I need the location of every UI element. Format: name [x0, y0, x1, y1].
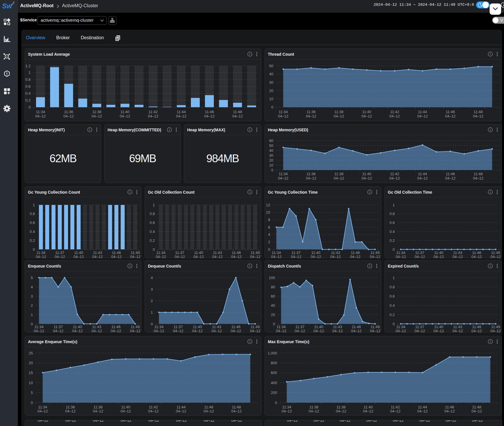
svg-text:0: 0 [151, 322, 153, 326]
svg-text:04–12: 04–12 [193, 255, 204, 259]
svg-text:4: 4 [151, 276, 153, 280]
svg-text:11:42: 11:42 [148, 110, 158, 114]
svg-text:04–12: 04–12 [36, 255, 46, 259]
svg-text:04–12: 04–12 [396, 329, 406, 333]
svg-text:04–12: 04–12 [330, 255, 341, 259]
svg-text:0.6: 0.6 [390, 221, 395, 225]
svg-text:11:46: 11:46 [472, 251, 481, 255]
svg-text:04–12: 04–12 [37, 409, 48, 413]
svg-text:0.8: 0.8 [390, 285, 395, 289]
svg-text:04–12: 04–12 [490, 329, 501, 333]
svg-text:04–12: 04–12 [490, 255, 501, 259]
svg-text:11:48: 11:48 [232, 405, 241, 409]
svg-text:11:34: 11:34 [279, 110, 288, 114]
svg-text:10: 10 [269, 97, 273, 101]
svg-text:20: 20 [271, 313, 275, 317]
svg-text:11:44: 11:44 [418, 405, 427, 409]
svg-text:11:46: 11:46 [231, 325, 240, 329]
svg-text:1.2: 1.2 [25, 64, 31, 68]
svg-text:2: 2 [268, 240, 270, 244]
svg-text:04–12: 04–12 [473, 114, 483, 118]
svg-text:11:34: 11:34 [396, 325, 405, 329]
svg-text:6: 6 [268, 225, 270, 229]
svg-text:04–12: 04–12 [35, 114, 46, 118]
svg-text:0: 0 [271, 168, 273, 172]
svg-text:04–12: 04–12 [204, 409, 214, 413]
svg-text:04–12: 04–12 [434, 255, 444, 259]
svg-text:11:46: 11:46 [352, 325, 361, 329]
svg-text:11:46: 11:46 [205, 110, 214, 114]
svg-text:11:40: 11:40 [73, 325, 82, 329]
svg-text:11:46: 11:46 [445, 405, 454, 409]
svg-text:11:38: 11:38 [334, 110, 344, 114]
svg-text:20: 20 [269, 158, 273, 162]
svg-text:0: 0 [275, 401, 277, 405]
svg-text:04–12: 04–12 [74, 255, 84, 259]
svg-text:11:46: 11:46 [446, 110, 455, 114]
svg-text:04–12: 04–12 [445, 176, 456, 180]
svg-text:30: 30 [269, 80, 273, 85]
svg-text:04–12: 04–12 [111, 255, 122, 259]
svg-text:11:36: 11:36 [309, 405, 319, 409]
svg-text:11:43: 11:43 [333, 325, 342, 329]
svg-text:11:49: 11:49 [131, 251, 140, 255]
svg-text:11:36: 11:36 [66, 405, 75, 409]
svg-text:11:43: 11:43 [213, 251, 222, 255]
svg-text:04–12: 04–12 [278, 114, 288, 118]
svg-text:11:34: 11:34 [272, 251, 281, 255]
svg-text:11:38: 11:38 [334, 172, 344, 176]
svg-text:04–12: 04–12 [334, 114, 344, 118]
svg-text:04–12: 04–12 [350, 255, 360, 259]
svg-text:04–12: 04–12 [306, 176, 316, 180]
svg-text:80: 80 [271, 285, 275, 289]
svg-text:0.2: 0.2 [390, 313, 395, 317]
svg-text:25: 25 [29, 351, 33, 355]
svg-text:0.8: 0.8 [30, 212, 35, 216]
svg-text:11:38: 11:38 [93, 405, 103, 409]
svg-text:0: 0 [271, 105, 273, 109]
svg-text:04–12: 04–12 [148, 409, 159, 413]
svg-text:11:34: 11:34 [36, 110, 45, 114]
svg-text:30: 30 [269, 153, 273, 158]
svg-text:12: 12 [266, 203, 270, 207]
svg-text:0.6: 0.6 [25, 84, 31, 89]
svg-text:0: 0 [29, 105, 31, 109]
svg-text:0.6: 0.6 [30, 221, 35, 225]
svg-text:04–12: 04–12 [192, 329, 203, 333]
svg-text:0: 0 [31, 401, 33, 405]
svg-text:60: 60 [269, 139, 273, 143]
svg-text:0.4: 0.4 [150, 229, 155, 234]
svg-text:60: 60 [271, 294, 275, 298]
svg-text:0.2: 0.2 [150, 238, 155, 243]
svg-text:04–12: 04–12 [271, 255, 281, 259]
svg-text:0.2: 0.2 [390, 238, 395, 243]
svg-text:04–12: 04–12 [278, 176, 288, 180]
svg-text:04–12: 04–12 [204, 114, 215, 118]
svg-text:04–12: 04–12 [417, 409, 428, 413]
svg-text:04–12: 04–12 [417, 176, 428, 180]
svg-text:04–12: 04–12 [434, 329, 444, 333]
svg-text:0: 0 [153, 247, 155, 252]
svg-text:8: 8 [268, 218, 270, 222]
svg-text:11:34: 11:34 [156, 251, 166, 255]
svg-text:800: 800 [271, 361, 277, 365]
svg-text:1: 1 [33, 203, 35, 207]
svg-text:11:46: 11:46 [204, 405, 213, 409]
svg-text:11:40: 11:40 [121, 110, 130, 114]
svg-text:1: 1 [151, 310, 153, 315]
svg-text:11:34: 11:34 [34, 325, 44, 329]
svg-text:04–12: 04–12 [471, 329, 482, 333]
svg-text:11:48: 11:48 [474, 110, 483, 114]
svg-text:400: 400 [271, 381, 277, 385]
svg-text:11:40: 11:40 [362, 172, 371, 176]
svg-text:11:43: 11:43 [331, 251, 340, 255]
svg-text:0.6: 0.6 [150, 221, 155, 225]
svg-text:11:44: 11:44 [418, 172, 427, 176]
svg-text:3: 3 [151, 287, 153, 292]
svg-text:04–12: 04–12 [212, 255, 223, 259]
svg-text:600: 600 [271, 371, 277, 375]
svg-text:0.4: 0.4 [30, 229, 35, 234]
svg-text:11:49: 11:49 [491, 325, 500, 329]
svg-text:11:38: 11:38 [336, 405, 346, 409]
svg-text:11:44: 11:44 [177, 110, 186, 114]
